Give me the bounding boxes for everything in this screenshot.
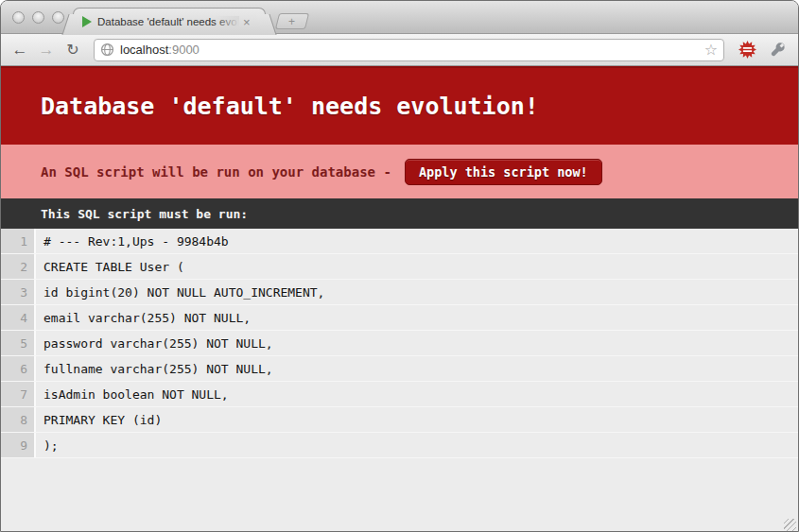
bookmark-star-icon[interactable]: ☆ — [704, 43, 718, 58]
line-number: 7 — [20, 387, 27, 402]
script-line-row: 5 password varchar(255) NOT NULL, — [1, 331, 798, 356]
line-code: ); — [36, 438, 59, 453]
browser-tab[interactable]: Database 'default' needs evo × — [73, 8, 266, 35]
line-code: id bigint(20) NOT NULL AUTO_INCREMENT, — [36, 285, 324, 300]
browser-window: Database 'default' needs evo × + ← → ↻ l… — [0, 0, 799, 532]
sql-script-listing: 1 # --- Rev:1,Ups - 9984b4b 2 CREATE TAB… — [1, 229, 798, 458]
line-number: 4 — [20, 311, 27, 325]
script-line-row: 6 fullname varchar(255) NOT NULL, — [1, 356, 798, 382]
line-number: 9 — [20, 438, 27, 453]
script-line-row: 7 isAdmin boolean NOT NULL, — [1, 382, 798, 407]
wrench-menu-icon[interactable] — [767, 40, 788, 60]
line-number-gutter: 6 — [1, 356, 36, 381]
reload-button[interactable]: ↻ — [61, 39, 84, 61]
line-number: 3 — [20, 285, 27, 300]
url-host: localhost — [120, 43, 168, 57]
script-line-row: 4 email varchar(255) NOT NULL, — [1, 305, 798, 331]
url-text[interactable]: localhost:9000 — [120, 43, 704, 57]
error-header: Database 'default' needs evolution! — [1, 66, 798, 145]
globe-icon — [100, 43, 114, 57]
close-window-button[interactable] — [12, 11, 25, 24]
script-line-row: 2 CREATE TABLE User ( — [1, 254, 798, 280]
minimize-window-button[interactable] — [32, 11, 44, 24]
tab-close-icon[interactable]: × — [243, 16, 251, 28]
script-header-label: This SQL script must be run: — [41, 207, 248, 221]
line-number: 8 — [20, 413, 27, 427]
line-number-gutter: 7 — [1, 382, 36, 406]
url-port: :9000 — [168, 43, 200, 57]
script-line-row: 8 PRIMARY KEY (id) — [1, 407, 798, 433]
line-number-gutter: 2 — [1, 254, 36, 279]
line-number-gutter: 1 — [1, 229, 36, 253]
page-content: Database 'default' needs evolution! An S… — [1, 66, 798, 532]
script-line-row: 1 # --- Rev:1,Ups - 9984b4b — [1, 229, 798, 254]
script-line-row: 9 ); — [1, 433, 798, 458]
window-controls — [12, 11, 64, 24]
forward-button[interactable]: → — [35, 39, 58, 61]
tab-title: Database 'default' needs evo — [97, 16, 239, 27]
line-code: email varchar(255) NOT NULL, — [36, 311, 251, 325]
play-framework-favicon — [82, 16, 92, 27]
line-code: PRIMARY KEY (id) — [36, 413, 162, 427]
zoom-window-button[interactable] — [52, 11, 64, 24]
line-number-gutter: 9 — [1, 433, 36, 457]
page-title: Database 'default' needs evolution! — [41, 93, 539, 120]
line-number: 1 — [20, 234, 27, 249]
address-bar[interactable]: localhost:9000 ☆ — [94, 39, 724, 61]
line-number-gutter: 4 — [1, 305, 36, 330]
plus-icon: + — [288, 16, 295, 27]
script-header-bar: This SQL script must be run: — [1, 198, 798, 229]
apply-script-button[interactable]: Apply this script now! — [405, 159, 602, 185]
new-tab-button[interactable]: + — [275, 13, 309, 29]
window-resize-grip[interactable] — [784, 519, 796, 531]
line-code: isAdmin boolean NOT NULL, — [36, 387, 229, 402]
line-number: 5 — [20, 336, 27, 351]
line-number: 2 — [20, 260, 27, 274]
alert-message: An SQL script will be run on your databa… — [41, 164, 391, 180]
line-number: 6 — [20, 362, 27, 376]
script-line-row: 3 id bigint(20) NOT NULL AUTO_INCREMENT, — [1, 280, 798, 305]
back-button[interactable]: ← — [9, 39, 31, 61]
line-code: CREATE TABLE User ( — [36, 260, 184, 274]
titlebar: Database 'default' needs evo × + — [1, 1, 798, 34]
line-code: fullname varchar(255) NOT NULL, — [36, 362, 273, 376]
line-code: password varchar(255) NOT NULL, — [36, 336, 273, 351]
line-number-gutter: 3 — [1, 280, 36, 304]
line-number-gutter: 5 — [1, 331, 36, 355]
tab-title-fade — [215, 16, 239, 27]
browser-toolbar: ← → ↻ localhost:9000 ☆ — [1, 34, 798, 66]
extension-badge-icon[interactable] — [737, 40, 757, 60]
evolution-alert-bar: An SQL script will be run on your databa… — [1, 145, 798, 198]
line-code: # --- Rev:1,Ups - 9984b4b — [36, 234, 229, 249]
line-number-gutter: 8 — [1, 407, 36, 432]
